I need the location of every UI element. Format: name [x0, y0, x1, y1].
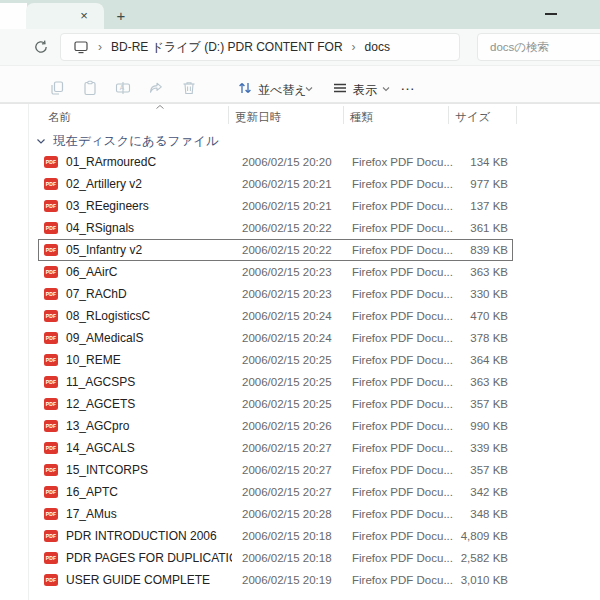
- file-row[interactable]: PDF13_AGCpro2006/02/15 20:26Firefox PDF …: [38, 415, 513, 437]
- file-size: 839 KB: [444, 244, 513, 256]
- file-name-cell[interactable]: PDF02_Artillery v2: [38, 177, 232, 191]
- breadcrumb-drive[interactable]: BD-RE ドライブ (D:) PDR CONTENT FOR: [111, 39, 343, 56]
- file-name: 01_RArmouredC: [66, 155, 156, 169]
- file-size: 990 KB: [444, 420, 513, 432]
- column-separator[interactable]: [343, 106, 344, 124]
- file-name-cell[interactable]: PDF10_REME: [38, 353, 232, 367]
- pdf-file-icon: PDF: [44, 442, 58, 454]
- file-name-cell[interactable]: PDF17_AMus: [38, 507, 232, 521]
- pdf-file-icon: PDF: [44, 530, 58, 542]
- file-name-cell[interactable]: PDF03_REegineers: [38, 199, 232, 213]
- file-name-cell[interactable]: PDF09_AMedicalS: [38, 331, 232, 345]
- file-type: Firefox PDF Docu...: [342, 508, 444, 520]
- file-row[interactable]: PDF10_REME2006/02/15 20:25Firefox PDF Do…: [38, 349, 513, 371]
- file-name-cell[interactable]: PDF06_AAirC: [38, 265, 232, 279]
- file-name: 16_APTC: [66, 485, 118, 499]
- file-name-cell[interactable]: PDF11_AGCSPS: [38, 375, 232, 389]
- file-row[interactable]: PDF05_Infantry v22006/02/15 20:22Firefox…: [38, 239, 513, 261]
- file-name-cell[interactable]: PDF16_APTC: [38, 485, 232, 499]
- file-date: 2006/02/15 20:25: [232, 354, 342, 366]
- column-header-type[interactable]: 種類: [350, 110, 373, 125]
- rename-icon[interactable]: A: [115, 80, 131, 96]
- file-name-cell[interactable]: PDF15_INTCORPS: [38, 463, 232, 477]
- file-name-cell[interactable]: PDF01_RArmouredC: [38, 155, 232, 169]
- file-name-cell[interactable]: PDF08_RLogisticsC: [38, 309, 232, 323]
- new-tab-icon[interactable]: +: [114, 8, 128, 23]
- file-list: PDF01_RArmouredC2006/02/15 20:20Firefox …: [38, 151, 513, 591]
- file-row[interactable]: PDFPDR PAGES FOR DUPLICATION2006/02/15 2…: [38, 547, 513, 569]
- file-name: PDR PAGES FOR DUPLICATION: [66, 551, 232, 565]
- file-name: PDR INTRODUCTION 2006: [66, 529, 217, 543]
- group-collapse-chevron-icon[interactable]: [36, 138, 46, 145]
- file-row[interactable]: PDF17_AMus2006/02/15 20:28Firefox PDF Do…: [38, 503, 513, 525]
- copy-icon[interactable]: [49, 80, 65, 96]
- delete-icon[interactable]: [181, 80, 197, 96]
- more-options-icon[interactable]: …: [400, 76, 416, 93]
- group-header[interactable]: 現在ディスクにあるファイル: [36, 132, 219, 150]
- file-name: USER GUIDE COMPLETE: [66, 573, 210, 587]
- file-name-cell[interactable]: PDFPDR PAGES FOR DUPLICATION: [38, 551, 232, 565]
- pdf-file-icon: PDF: [44, 398, 58, 410]
- file-row[interactable]: PDF02_Artillery v22006/02/15 20:21Firefo…: [38, 173, 513, 195]
- file-date: 2006/02/15 20:27: [232, 464, 342, 476]
- file-name-cell[interactable]: PDF05_Infantry v2: [38, 243, 232, 257]
- file-name-cell[interactable]: PDFUSER GUIDE COMPLETE: [38, 573, 232, 587]
- file-type: Firefox PDF Docu...: [342, 530, 444, 542]
- file-name: 11_AGCSPS: [66, 375, 135, 389]
- file-name-cell[interactable]: PDF12_AGCETS: [38, 397, 232, 411]
- file-row[interactable]: PDFUSER GUIDE COMPLETE2006/02/15 20:19Fi…: [38, 569, 513, 591]
- file-row[interactable]: PDF07_RAChD2006/02/15 20:23Firefox PDF D…: [38, 283, 513, 305]
- file-row[interactable]: PDF11_AGCSPS2006/02/15 20:25Firefox PDF …: [38, 371, 513, 393]
- file-row[interactable]: PDF09_AMedicalS2006/02/15 20:24Firefox P…: [38, 327, 513, 349]
- file-row[interactable]: PDF01_RArmouredC2006/02/15 20:20Firefox …: [38, 151, 513, 173]
- view-button[interactable]: 表示: [353, 82, 377, 99]
- file-date: 2006/02/15 20:22: [232, 244, 342, 256]
- file-name: 06_AAirC: [66, 265, 117, 279]
- share-icon[interactable]: [148, 80, 164, 96]
- file-date: 2006/02/15 20:22: [232, 222, 342, 234]
- column-header-size[interactable]: サイズ: [455, 110, 490, 125]
- file-row[interactable]: PDF15_INTCORPS2006/02/15 20:27Firefox PD…: [38, 459, 513, 481]
- column-header-date[interactable]: 更新日時: [235, 110, 281, 125]
- minimize-icon[interactable]: [545, 13, 557, 15]
- active-tab[interactable]: [26, 3, 104, 29]
- svg-text:A: A: [120, 84, 125, 91]
- file-row[interactable]: PDF14_AGCALS2006/02/15 20:27Firefox PDF …: [38, 437, 513, 459]
- file-size: 977 KB: [444, 178, 513, 190]
- search-input[interactable]: docsの検索: [477, 33, 600, 61]
- column-header-row: [0, 103, 600, 127]
- file-name-cell[interactable]: PDF14_AGCALS: [38, 441, 232, 455]
- file-name: 12_AGCETS: [66, 397, 135, 411]
- file-date: 2006/02/15 20:26: [232, 420, 342, 432]
- tab-close-icon[interactable]: ×: [77, 9, 91, 23]
- file-row[interactable]: PDF06_AAirC2006/02/15 20:23Firefox PDF D…: [38, 261, 513, 283]
- breadcrumb-chevron-icon: ›: [98, 40, 102, 54]
- column-separator[interactable]: [228, 106, 229, 124]
- column-separator[interactable]: [516, 106, 517, 124]
- sort-button[interactable]: 並べ替え: [258, 82, 307, 99]
- file-row[interactable]: PDF16_APTC2006/02/15 20:27Firefox PDF Do…: [38, 481, 513, 503]
- file-name-cell[interactable]: PDF04_RSignals: [38, 221, 232, 235]
- file-name-cell[interactable]: PDF13_AGCpro: [38, 419, 232, 433]
- file-name: 02_Artillery v2: [66, 177, 142, 191]
- breadcrumb-folder-docs[interactable]: docs: [365, 40, 390, 54]
- pdf-file-icon: PDF: [44, 156, 58, 168]
- file-date: 2006/02/15 20:23: [232, 266, 342, 278]
- sort-icon[interactable]: [237, 80, 253, 96]
- file-row[interactable]: PDFPDR INTRODUCTION 20062006/02/15 20:18…: [38, 525, 513, 547]
- file-name-cell[interactable]: PDF07_RAChD: [38, 287, 232, 301]
- paste-icon[interactable]: [82, 80, 98, 96]
- column-separator[interactable]: [448, 106, 449, 124]
- file-row[interactable]: PDF04_RSignals2006/02/15 20:22Firefox PD…: [38, 217, 513, 239]
- file-row[interactable]: PDF08_RLogisticsC2006/02/15 20:24Firefox…: [38, 305, 513, 327]
- file-type: Firefox PDF Docu...: [342, 574, 444, 586]
- file-name-cell[interactable]: PDFPDR INTRODUCTION 2006: [38, 529, 232, 543]
- tabstrip-left-spacer: [0, 3, 27, 29]
- address-box[interactable]: › BD-RE ドライブ (D:) PDR CONTENT FOR › docs: [60, 33, 460, 61]
- column-header-name[interactable]: 名前: [48, 110, 71, 125]
- file-row[interactable]: PDF12_AGCETS2006/02/15 20:25Firefox PDF …: [38, 393, 513, 415]
- file-row[interactable]: PDF03_REegineers2006/02/15 20:21Firefox …: [38, 195, 513, 217]
- file-type: Firefox PDF Docu...: [342, 354, 444, 366]
- refresh-icon[interactable]: [32, 38, 50, 56]
- view-icon[interactable]: [332, 80, 348, 96]
